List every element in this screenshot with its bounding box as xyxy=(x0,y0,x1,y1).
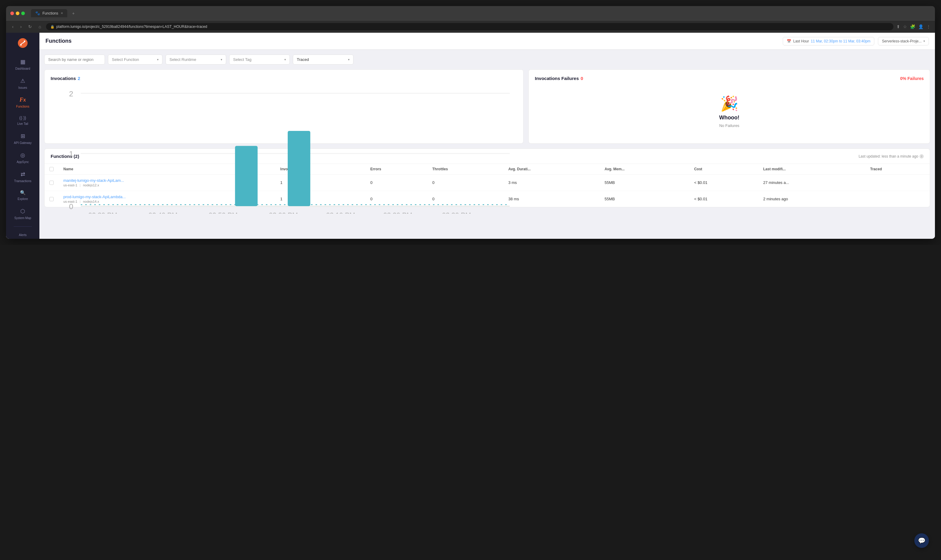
close-button[interactable] xyxy=(10,12,14,15)
search-input[interactable] xyxy=(44,55,105,65)
col-traced: Traced xyxy=(865,164,930,175)
appsync-label: AppSync xyxy=(17,160,29,164)
svg-text:2: 2 xyxy=(69,90,73,98)
sidebar-item-explore[interactable]: 🔍 Explore xyxy=(9,187,36,204)
api-gateway-icon: ⊞ xyxy=(21,133,25,139)
svg-text:0: 0 xyxy=(69,202,73,211)
address-bar[interactable]: 🔒 platform.lumigo.io/project/c_52919ba82… xyxy=(46,23,893,30)
row-last-modified-0: 27 minutes a... xyxy=(758,175,866,191)
forward-button[interactable]: › xyxy=(18,24,24,30)
sidebar-item-issues[interactable]: ⚠ Issues xyxy=(9,75,36,92)
home-button[interactable]: ⌂ xyxy=(37,24,43,30)
svg-point-2 xyxy=(24,41,25,42)
window-controls xyxy=(10,12,25,15)
row-traced-0 xyxy=(865,175,930,191)
no-failures-title: Whooo! xyxy=(719,115,739,121)
sidebar-item-system-map[interactable]: ⬡ System Map xyxy=(9,205,36,223)
svg-text:03:10 PM: 03:10 PM xyxy=(326,211,355,214)
row-avg-memory-0: 55MB xyxy=(600,175,689,191)
project-chevron-icon: ▾ xyxy=(923,39,925,43)
back-button[interactable]: ‹ xyxy=(10,24,15,30)
row-traced-1 xyxy=(865,191,930,207)
minimize-button[interactable] xyxy=(16,12,19,15)
invocations-title-text: Invocations xyxy=(51,76,76,81)
sidebar-item-transactions[interactable]: ⇄ Transactions xyxy=(9,168,36,186)
sidebar-item-live-tail[interactable]: ((·)) Live Tail xyxy=(9,112,36,128)
share-icon[interactable]: ⬆ xyxy=(896,24,900,29)
row-cost-0: < $0.01 xyxy=(689,175,758,191)
url-text: platform.lumigo.io/project/c_52919ba8249… xyxy=(56,25,207,29)
runtime-select[interactable]: Select Runtime ▾ xyxy=(166,55,226,65)
browser-tab[interactable]: 🐾 Functions ✕ xyxy=(31,9,67,17)
refresh-button[interactable]: ↻ xyxy=(26,24,34,30)
project-name: Serverless-stack-Proje... xyxy=(882,39,922,43)
celebration-icon: 🎉 xyxy=(720,95,738,112)
bookmark-icon[interactable]: ☆ xyxy=(903,24,907,29)
svg-rect-10 xyxy=(288,131,310,206)
sidebar-item-api-gateway[interactable]: ⊞ API Gateway xyxy=(9,130,36,148)
table-meta: Last updated: less than a minute ago i xyxy=(859,154,924,158)
trace-filter[interactable]: Traced ▾ xyxy=(293,55,353,65)
trace-value: Traced xyxy=(297,57,309,62)
last-updated-text: Last updated: less than a minute ago xyxy=(859,154,918,158)
functions-label: Functions xyxy=(16,105,29,108)
dashboard-label: Dashboard xyxy=(15,67,30,70)
trace-chevron-icon: ▾ xyxy=(348,58,350,61)
browser-actions: ⬆ ☆ 🧩 👤 ⋮ xyxy=(896,24,931,29)
sidebar: ▦ Dashboard ⚠ Issues Fx Functions ((·)) … xyxy=(6,33,39,239)
issues-label: Issues xyxy=(18,86,27,89)
issues-icon: ⚠ xyxy=(20,78,25,84)
failures-title: Invocations Failures 0 0% Failures xyxy=(535,76,924,81)
maximize-button[interactable] xyxy=(21,12,25,15)
timerange-button[interactable]: 📅 Last Hour 11 Mar, 02:30pm to 11 Mar, 0… xyxy=(783,37,874,45)
tag-chevron-icon: ▾ xyxy=(284,58,286,61)
app-logo xyxy=(17,38,28,49)
function-select[interactable]: Select Function ▾ xyxy=(108,55,162,65)
svg-text:02:50 PM: 02:50 PM xyxy=(209,211,238,214)
function-chevron-icon: ▾ xyxy=(157,58,159,61)
tab-label: Functions xyxy=(42,11,58,15)
row-last-modified-1: 2 minutes ago xyxy=(758,191,866,207)
sidebar-item-appsync[interactable]: ◎ AppSync xyxy=(9,149,36,167)
charts-row: Invocations 2 2 1 xyxy=(44,69,930,144)
topbar: Functions 📅 Last Hour 11 Mar, 02:30pm to… xyxy=(39,33,935,50)
svg-rect-9 xyxy=(235,146,257,206)
api-gateway-label: API Gateway xyxy=(14,141,32,145)
system-map-label: System Map xyxy=(14,216,31,220)
tag-placeholder: Select Tag xyxy=(233,57,251,62)
svg-text:03:20 PM: 03:20 PM xyxy=(383,211,412,214)
row-cost-1: < $0.01 xyxy=(689,191,758,207)
sidebar-divider xyxy=(14,226,32,227)
col-avg-duration: Avg. Durati... xyxy=(504,164,600,175)
invocations-count: 2 xyxy=(78,76,80,81)
row-avg-memory-1: 55MB xyxy=(600,191,689,207)
filters-bar: Select Function ▾ Select Runtime ▾ Selec… xyxy=(44,55,930,65)
no-failures-sub: No Failures xyxy=(719,123,739,128)
runtime-placeholder: Select Runtime xyxy=(169,57,196,62)
no-failures-state: 🎉 Whooo! No Failures xyxy=(535,86,924,137)
sidebar-item-dashboard[interactable]: ▦ Dashboard xyxy=(9,55,36,73)
tag-select[interactable]: Select Tag ▾ xyxy=(229,55,290,65)
live-tail-icon: ((·)) xyxy=(19,115,26,120)
explore-label: Explore xyxy=(18,197,28,201)
col-cost: Cost xyxy=(689,164,758,175)
profile-icon[interactable]: 👤 xyxy=(918,24,923,29)
new-tab-button[interactable]: + xyxy=(72,11,75,16)
system-map-icon: ⬡ xyxy=(20,208,25,215)
project-selector[interactable]: Serverless-stack-Proje... ▾ xyxy=(878,37,929,45)
main-content: Select Function ▾ Select Runtime ▾ Selec… xyxy=(39,50,935,239)
info-icon: i xyxy=(919,154,924,158)
page-title: Functions xyxy=(45,38,72,44)
svg-text:03:30 PM: 03:30 PM xyxy=(442,211,471,214)
sidebar-item-alerts[interactable]: Alerts xyxy=(9,230,36,239)
menu-icon[interactable]: ⋮ xyxy=(926,24,931,29)
tab-favicon: 🐾 xyxy=(35,11,40,15)
extensions-icon[interactable]: 🧩 xyxy=(910,24,915,29)
timerange-value: 11 Mar, 02:30pm to 11 Mar, 03:40pm xyxy=(811,39,871,43)
svg-text:02:40 PM: 02:40 PM xyxy=(149,211,178,214)
sidebar-item-functions[interactable]: Fx Functions xyxy=(9,94,36,111)
row-avg-duration-1: 38 ms xyxy=(504,191,600,207)
failures-count: 0 xyxy=(581,76,583,81)
tab-close-icon[interactable]: ✕ xyxy=(61,12,63,15)
svg-text:02:30 PM: 02:30 PM xyxy=(88,211,117,214)
